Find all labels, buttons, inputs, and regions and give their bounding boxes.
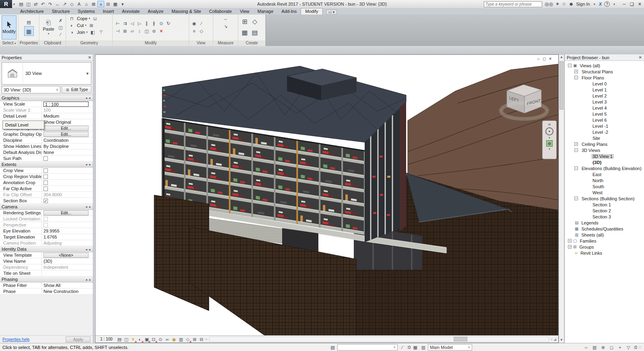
- scroll-left-icon[interactable]: ‹: [205, 337, 208, 341]
- zoom-icon[interactable]: ⊕: [546, 140, 553, 147]
- tab-analyze[interactable]: Analyze: [144, 8, 167, 15]
- create-similar-icon[interactable]: ▤: [250, 28, 260, 37]
- exclude-options-icon[interactable]: ▥: [420, 344, 427, 351]
- tree-item-level-2[interactable]: Level -2: [565, 129, 644, 135]
- tree-item-west[interactable]: West: [565, 189, 644, 195]
- temporary-view-properties-icon[interactable]: ▥: [178, 336, 184, 343]
- trim-extend-icon[interactable]: ⊣: [114, 28, 121, 34]
- section-header-camera[interactable]: Camera▲▲: [0, 204, 93, 210]
- demolish-hammer-icon[interactable]: ⊤: [98, 29, 105, 35]
- property-value[interactable]: By Discipline: [42, 143, 93, 149]
- search-icon[interactable]: ◎◎: [545, 1, 553, 7]
- sign-in-caret-icon[interactable]: ▾: [594, 2, 595, 6]
- select-underlay-elements-icon[interactable]: ▥: [591, 344, 598, 351]
- 3d-model-canvas[interactable]: LEFT FRONT: [95, 55, 558, 335]
- search-input[interactable]: [484, 1, 542, 7]
- checkbox[interactable]: [43, 174, 48, 179]
- vertical-scrollbar[interactable]: ▲ ▼: [559, 54, 564, 343]
- property-value[interactable]: <None>: [42, 252, 93, 258]
- properties-help-link[interactable]: Properties help: [2, 337, 29, 342]
- drag-elements-on-selection-icon[interactable]: +: [617, 344, 623, 351]
- cut-scissors-icon[interactable]: ✗: [57, 17, 64, 24]
- application-menu-caret-icon[interactable]: ▾: [13, 2, 15, 6]
- mirror-draw-axis-icon[interactable]: ▷: [136, 20, 143, 27]
- tree-item-level-5[interactable]: Level 5: [565, 111, 644, 117]
- property-value[interactable]: None: [42, 150, 93, 155]
- tab-architecture[interactable]: Architecture: [16, 8, 48, 15]
- collapse-icon[interactable]: −: [574, 197, 578, 200]
- tab-manage[interactable]: Manage: [254, 8, 278, 15]
- move-icon[interactable]: ↕: [136, 28, 143, 34]
- minimize-button[interactable]: ─: [623, 2, 626, 7]
- filter-icon[interactable]: ▽: [625, 344, 632, 351]
- section-header-graphics[interactable]: Graphics▲▲: [0, 95, 93, 101]
- panel-label-select[interactable]: Select ▾: [0, 40, 18, 46]
- default-3d-view-icon[interactable]: ⌂: [83, 1, 90, 7]
- property-value[interactable]: [42, 222, 93, 228]
- cope-button[interactable]: Cope ▾: [77, 16, 90, 21]
- analytical-model-icon[interactable]: ◇✕: [185, 336, 191, 343]
- property-value[interactable]: [42, 168, 93, 173]
- property-value[interactable]: {3D}: [42, 258, 93, 264]
- checkbox[interactable]: [43, 187, 48, 191]
- copy-icon[interactable]: ◫: [143, 28, 150, 34]
- chevron-down-icon[interactable]: ▾: [549, 136, 550, 139]
- horizontal-scrollbar[interactable]: [209, 336, 549, 342]
- tree-item-3d-view-1[interactable]: 3D View 1: [565, 153, 644, 159]
- property-value[interactable]: 304.8000: [42, 192, 93, 197]
- checkbox[interactable]: [43, 181, 48, 185]
- tree-item-structural-plans[interactable]: +Structural Plans: [565, 69, 644, 75]
- thin-lines-icon[interactable]: ≡: [97, 1, 104, 7]
- tag-by-category-icon[interactable]: ◇: [68, 1, 75, 7]
- tree-item-sheets-all-[interactable]: ▥Sheets (all): [565, 232, 644, 238]
- active-workset-select[interactable]: ∨: [337, 344, 398, 351]
- property-value[interactable]: 1 : 100: [42, 101, 93, 107]
- tree-item-floor-plans[interactable]: −Floor Plans: [565, 75, 644, 81]
- collapse-section-icon[interactable]: ▲▲: [85, 163, 91, 166]
- communication-center-icon[interactable]: ✶: [555, 1, 559, 7]
- select-elements-by-face-icon[interactable]: ◻: [608, 344, 615, 351]
- rotate-icon[interactable]: ↻: [165, 20, 172, 27]
- sun-path-icon[interactable]: ☀✕: [130, 336, 136, 343]
- tab-annotate[interactable]: Annotate: [118, 8, 144, 15]
- tree-item-groups[interactable]: +⊞Groups: [565, 244, 644, 250]
- tab-insert[interactable]: Insert: [99, 8, 118, 15]
- worksets-icon[interactable]: ▧: [329, 344, 336, 351]
- tree-item-level-3[interactable]: Level 3: [565, 99, 644, 105]
- tree-item-south[interactable]: South: [565, 183, 644, 189]
- tab-structure[interactable]: Structure: [48, 8, 74, 15]
- tree-item-section-3[interactable]: Section 3: [565, 214, 644, 220]
- tree-item-level-6[interactable]: Level 6: [565, 117, 644, 123]
- project-browser-close-icon[interactable]: ✕: [639, 55, 642, 60]
- cube-icon[interactable]: ◇: [198, 28, 205, 34]
- tab-add-ins[interactable]: Add-Ins: [277, 8, 301, 15]
- split-with-gap-icon[interactable]: ∦: [151, 20, 157, 27]
- unpin-icon[interactable]: ⊘: [151, 28, 157, 34]
- editable-only-icon[interactable]: ∕: [399, 344, 406, 351]
- tree-item--3d-[interactable]: {3D}: [565, 159, 644, 165]
- view-minimize-icon[interactable]: ─: [537, 57, 540, 61]
- switch-windows-icon[interactable]: ▦: [112, 1, 119, 7]
- collapse-section-icon[interactable]: ▲▲: [85, 205, 91, 208]
- ribbon-display-toggle[interactable]: ▭ ▾: [326, 10, 337, 15]
- tree-item-level-4[interactable]: Level 4: [565, 105, 644, 111]
- tree-item-views-all-[interactable]: −▣Views (all): [565, 62, 644, 69]
- create-parts-icon[interactable]: ▦: [240, 28, 250, 37]
- maroon-wall[interactable]: [400, 102, 406, 231]
- align-icon[interactable]: ⊢: [114, 20, 121, 27]
- tree-item-legends[interactable]: ▤Legends: [565, 220, 644, 226]
- collapse-icon[interactable]: −: [568, 64, 572, 67]
- property-value[interactable]: Edit...: [42, 210, 93, 216]
- pencil-icon[interactable]: ∕: [198, 20, 205, 27]
- close-inactive-windows-icon[interactable]: ⊟: [105, 1, 111, 7]
- aligned-dimension-icon[interactable]: ↗: [61, 1, 68, 7]
- help-icon[interactable]: ?: [604, 1, 610, 7]
- scale-icon[interactable]: ▱: [129, 28, 136, 34]
- property-value[interactable]: Independent: [42, 264, 93, 270]
- undo-icon[interactable]: ↶: [39, 1, 46, 7]
- instance-selector[interactable]: 3D View: {3D} ∨: [2, 86, 60, 93]
- checkbox[interactable]: [43, 168, 48, 173]
- collapse-icon[interactable]: −: [574, 76, 578, 79]
- property-value[interactable]: Edit...: [42, 125, 93, 131]
- delete-icon[interactable]: ✕: [158, 28, 165, 34]
